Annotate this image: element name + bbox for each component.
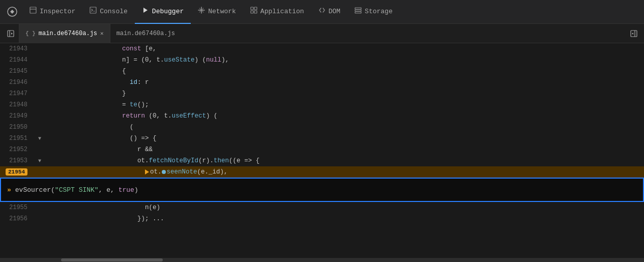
file-tab-active[interactable]: { } main.de67460a.js ✕ bbox=[19, 24, 110, 43]
horizontal-scrollbar[interactable] bbox=[0, 258, 644, 262]
collapse-arrow-21953[interactable]: ▼ bbox=[36, 155, 44, 166]
tab-debugger-label: Debugger bbox=[152, 8, 184, 15]
tab-debugger[interactable]: Debugger bbox=[135, 0, 191, 24]
debugger-icon bbox=[142, 7, 149, 16]
tab-console-label: Console bbox=[100, 8, 128, 15]
svg-rect-1 bbox=[30, 7, 36, 13]
tab-application-label: Application bbox=[260, 8, 304, 15]
line-num-21950: 21950 bbox=[0, 124, 36, 131]
tab-network[interactable]: Network bbox=[191, 0, 243, 24]
tab-dom-label: DOM bbox=[329, 8, 340, 15]
svg-rect-4 bbox=[251, 7, 253, 10]
file-tab-inactive[interactable]: main.de67460a.js bbox=[110, 24, 181, 43]
line-num-21955: 21955 bbox=[0, 204, 36, 211]
tab-storage-label: Storage bbox=[365, 8, 393, 15]
repl-input-text: evSourcer("CSPT SINK", e, true) bbox=[15, 186, 138, 194]
tab-dom[interactable]: DOM bbox=[311, 0, 347, 24]
svg-rect-5 bbox=[254, 7, 257, 10]
console-icon bbox=[90, 7, 97, 16]
svg-rect-10 bbox=[355, 12, 361, 13]
file-tab-active-name: main.de67460a.js bbox=[39, 30, 97, 37]
file-tabs-right bbox=[630, 30, 642, 38]
code-line-21956: 21956 }); ... bbox=[0, 213, 644, 224]
devtools-logo[interactable] bbox=[2, 0, 22, 24]
inspector-icon bbox=[30, 7, 37, 16]
line-num-21946: 21946 bbox=[0, 79, 36, 86]
file-tab-braces-icon: { } bbox=[25, 31, 36, 37]
line-num-21944: 21944 bbox=[0, 56, 36, 64]
tab-network-label: Network bbox=[208, 8, 236, 15]
line-num-21951: 21951 bbox=[0, 135, 36, 142]
repl-prompt-icon: » bbox=[7, 186, 11, 194]
tab-storage[interactable]: Storage bbox=[347, 0, 400, 24]
tab-inspector[interactable]: Inspector bbox=[22, 0, 82, 24]
tab-application[interactable]: Application bbox=[243, 0, 311, 24]
network-icon bbox=[198, 7, 205, 16]
line-num-21948: 21948 bbox=[0, 101, 36, 108]
file-tab-close-button[interactable]: ✕ bbox=[100, 30, 104, 37]
collapse-arrow-21951[interactable]: ▼ bbox=[36, 133, 44, 144]
svg-rect-13 bbox=[631, 31, 637, 37]
line-num-21956: 21956 bbox=[0, 215, 36, 222]
line-num-21954: 21954 bbox=[0, 168, 36, 176]
svg-rect-7 bbox=[254, 11, 257, 13]
svg-marker-12 bbox=[11, 33, 13, 35]
code-content-21956: }); ... bbox=[44, 208, 644, 229]
line-num-21943: 21943 bbox=[0, 45, 36, 52]
svg-rect-9 bbox=[355, 10, 361, 11]
tab-inspector-label: Inspector bbox=[40, 8, 75, 15]
line-num-21949: 21949 bbox=[0, 112, 36, 120]
svg-marker-14 bbox=[632, 33, 633, 35]
application-icon bbox=[250, 7, 257, 16]
scrollbar-thumb[interactable] bbox=[61, 258, 163, 261]
svg-rect-8 bbox=[355, 8, 361, 9]
line-num-21953: 21953 bbox=[0, 157, 36, 164]
top-nav-bar: Inspector Console Debugger Network bbox=[0, 0, 644, 24]
svg-rect-11 bbox=[8, 31, 14, 37]
storage-icon bbox=[355, 7, 362, 16]
file-tabs-bar: { } main.de67460a.js ✕ main.de67460a.js bbox=[0, 24, 644, 43]
panel-right-icon[interactable] bbox=[630, 30, 638, 38]
code-content-21954: ot.seenNote(e._id), bbox=[44, 161, 644, 183]
panel-toggle-icon[interactable] bbox=[2, 24, 19, 43]
svg-rect-2 bbox=[90, 7, 96, 13]
line-num-21947: 21947 bbox=[0, 90, 36, 97]
tab-console[interactable]: Console bbox=[82, 0, 135, 24]
dom-icon bbox=[318, 7, 326, 16]
svg-rect-6 bbox=[251, 11, 253, 13]
code-line-21954: 21954 ot.seenNote(e._id), bbox=[0, 166, 644, 178]
code-lines: 21943 const [e, 21944 n] = (0, t.useStat… bbox=[0, 43, 644, 258]
code-area: 21943 const [e, 21944 n] = (0, t.useStat… bbox=[0, 43, 644, 262]
svg-marker-3 bbox=[143, 8, 148, 13]
line-num-21952: 21952 bbox=[0, 146, 36, 153]
line-num-21945: 21945 bbox=[0, 68, 36, 75]
file-tab-inactive-name: main.de67460a.js bbox=[116, 30, 175, 37]
